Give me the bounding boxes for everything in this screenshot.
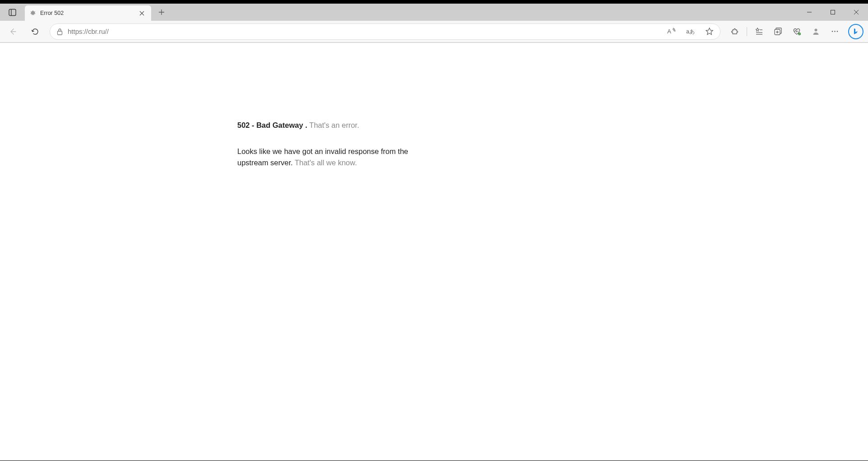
titlebar-drag-area[interactable]	[169, 4, 798, 21]
bing-icon	[852, 28, 860, 36]
plus-icon	[158, 9, 165, 15]
extensions-button[interactable]	[726, 23, 744, 40]
close-window-button[interactable]	[845, 4, 868, 21]
minimize-button[interactable]	[798, 4, 821, 21]
favorites-list-icon	[755, 27, 763, 36]
titlebar: Error 502	[0, 4, 868, 21]
browser-window: Error 502	[0, 4, 868, 461]
url-input[interactable]	[68, 28, 660, 35]
tab-actions-button[interactable]	[5, 6, 20, 19]
lock-icon[interactable]	[56, 28, 63, 35]
tab-actions-left	[0, 4, 25, 21]
refresh-button[interactable]	[27, 23, 43, 40]
collections-button[interactable]	[769, 23, 787, 40]
performance-button[interactable]	[788, 23, 806, 40]
svg-point-12	[814, 29, 817, 32]
close-icon	[854, 9, 859, 15]
new-tab-button[interactable]	[154, 4, 169, 21]
collections-icon	[774, 27, 782, 36]
error-message: 502 - Bad Gateway . That's an error. Loo…	[237, 120, 431, 169]
svg-rect-4	[58, 31, 62, 35]
read-aloud-button[interactable]: A	[664, 24, 679, 39]
profile-button[interactable]	[807, 23, 825, 40]
svg-rect-0	[9, 9, 16, 15]
translate-button[interactable]: aあ	[683, 24, 697, 39]
window-controls	[798, 4, 868, 21]
minimize-icon	[807, 9, 812, 15]
maximize-button[interactable]	[821, 4, 845, 21]
error-code: 502 - Bad Gateway .	[237, 121, 309, 129]
error-body-tail: That's all we know.	[295, 158, 357, 167]
back-button[interactable]	[5, 23, 21, 40]
svg-text:A: A	[667, 28, 671, 35]
svg-rect-3	[831, 10, 835, 14]
svg-point-13	[831, 31, 833, 32]
error-label: That's an error.	[309, 121, 359, 129]
page-content: 502 - Bad Gateway . That's an error. Loo…	[0, 42, 868, 461]
browser-tab[interactable]: Error 502	[25, 5, 151, 21]
svg-point-15	[836, 31, 838, 32]
svg-text:aあ: aあ	[686, 28, 695, 35]
maximize-icon	[830, 9, 836, 15]
favorite-button[interactable]	[702, 24, 716, 39]
tab-close-button[interactable]	[138, 9, 146, 17]
square-split-icon	[9, 9, 16, 16]
arrow-left-icon	[9, 28, 17, 36]
close-icon	[139, 11, 144, 16]
address-bar[interactable]: A aあ	[50, 23, 720, 40]
bing-chat-button[interactable]	[848, 24, 863, 39]
toolbar-divider	[747, 27, 747, 36]
favicon-eagle-icon	[29, 9, 37, 17]
tab-title: Error 502	[40, 10, 134, 16]
translate-icon: aあ	[686, 27, 695, 36]
refresh-icon	[31, 28, 39, 36]
error-body-line: Looks like we have got an invalid respon…	[237, 146, 431, 169]
person-icon	[812, 27, 820, 36]
toolbar: A aあ	[0, 21, 868, 42]
heartbeat-icon	[792, 27, 801, 36]
error-heading-line: 502 - Bad Gateway . That's an error.	[237, 120, 431, 131]
favorites-list-button[interactable]	[750, 23, 768, 40]
settings-menu-button[interactable]	[826, 23, 844, 40]
star-icon	[705, 27, 714, 36]
more-icon	[831, 27, 839, 36]
svg-point-14	[834, 31, 836, 32]
toolbar-right	[726, 23, 863, 40]
puzzle-icon	[731, 27, 739, 36]
read-aloud-icon: A	[667, 27, 676, 36]
